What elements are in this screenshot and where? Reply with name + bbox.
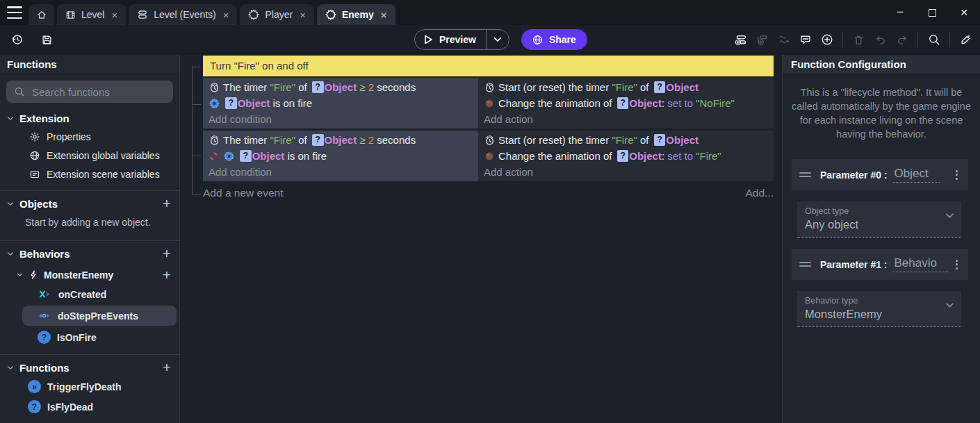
object-type-select[interactable]: Object type Any object: [797, 201, 961, 238]
param-badge: ?: [312, 81, 324, 93]
edit-extension-icon[interactable]: [957, 31, 974, 48]
add-other-event-icon[interactable]: [818, 31, 835, 48]
close-tab-icon[interactable]: ×: [300, 9, 306, 21]
sidebar-item-triggerflydeath[interactable]: » TriggerFlyDeath: [0, 376, 179, 397]
close-tab-icon[interactable]: ×: [111, 9, 117, 21]
drag-handle-icon[interactable]: [799, 262, 811, 267]
action-line[interactable]: Change the animation of ?Object: set to …: [478, 95, 774, 111]
minimize-window-button[interactable]: −: [884, 0, 916, 25]
behavior-type-select[interactable]: Behavior type MonsterEnemy: [797, 291, 961, 327]
chevron-down-icon: [7, 201, 14, 206]
tab-label: Level: [81, 9, 104, 20]
sidebar-item-oncreated[interactable]: onCreated: [0, 284, 179, 304]
behavior-monsterenemy[interactable]: MonsterEnemy +: [0, 265, 179, 284]
section-extension[interactable]: Extension: [0, 110, 179, 127]
sidebar-item-dostepreevents[interactable]: doStepPreEvents: [22, 306, 177, 326]
history-icon[interactable]: [8, 31, 26, 48]
event-row-1: The timer "Fire" of ?Object ≥ 2 seconds?…: [203, 131, 774, 181]
gear-blue-icon: [223, 151, 235, 162]
parameter-name-input[interactable]: Behavio: [893, 256, 948, 272]
share-button[interactable]: Share: [521, 29, 587, 50]
sidebar-item-extension-global-variables[interactable]: Extension global variables: [0, 146, 179, 165]
add-event-icon[interactable]: [732, 31, 749, 48]
tab-level[interactable]: Level×: [57, 4, 126, 25]
sidebar-item-isonfire[interactable]: ? IsOnFire: [0, 327, 179, 347]
section-functions[interactable]: Functions +: [0, 354, 179, 376]
action-line[interactable]: Start (or reset) the timer "Fire" of ?Ob…: [478, 79, 774, 95]
anim-icon: [484, 151, 496, 162]
add-condition-link[interactable]: Add condition: [203, 164, 478, 180]
add-object-button[interactable]: +: [163, 197, 171, 210]
save-icon[interactable]: [38, 31, 56, 48]
preview-dropdown-button[interactable]: [486, 30, 509, 49]
add-action-link[interactable]: Add action: [478, 164, 774, 180]
title-bar: Level×Level (Events)×Player×Enemy× −×: [0, 0, 980, 25]
chevron-down-icon: [945, 213, 954, 219]
add-function-button[interactable]: +: [163, 361, 171, 374]
parameter-name-input[interactable]: Object: [893, 167, 940, 183]
timer-icon: [209, 82, 220, 93]
add-link-event-icon[interactable]: [775, 31, 792, 48]
chevron-down-icon: [7, 365, 14, 370]
toolbar-divider: [917, 32, 918, 47]
preview-button[interactable]: Preview: [414, 29, 509, 50]
tab-enemy[interactable]: Enemy×: [317, 4, 395, 25]
toolbar-left-icons: [8, 31, 56, 48]
card-icon: [29, 169, 40, 180]
section-objects[interactable]: Objects +: [0, 190, 179, 213]
condition-line[interactable]: The timer "Fire" of ?Object ≥ 2 seconds: [203, 79, 478, 95]
add-new-event-link[interactable]: Add a new event: [203, 187, 283, 199]
redo-icon[interactable]: [893, 31, 910, 48]
condition-line[interactable]: ?Object is on fire: [203, 95, 478, 111]
search-icon[interactable]: [925, 31, 942, 48]
add-comment-icon[interactable]: [797, 31, 814, 48]
delete-icon[interactable]: [850, 31, 867, 48]
toolbar-divider: [842, 32, 843, 47]
more-options-icon[interactable]: [953, 167, 961, 183]
film-icon: [65, 10, 76, 20]
timer-icon: [484, 135, 496, 146]
add-more-link[interactable]: Add...: [746, 187, 774, 199]
close-tab-icon[interactable]: ×: [223, 9, 229, 21]
close-tab-icon[interactable]: ×: [381, 9, 387, 21]
add-behavior-button[interactable]: +: [163, 247, 171, 260]
param-badge: ?: [225, 97, 237, 109]
drag-handle-icon[interactable]: [799, 172, 811, 177]
anim-icon: [484, 98, 496, 109]
condition-line[interactable]: The timer "Fire" of ?Object ≥ 2 seconds: [203, 132, 478, 148]
param-badge: ?: [617, 97, 629, 109]
search-functions-input[interactable]: Search functions: [6, 81, 173, 103]
undo-icon[interactable]: [872, 31, 889, 48]
tab-label: Player: [265, 9, 293, 20]
home-icon: [36, 9, 47, 20]
sidebar-item-properties[interactable]: Properties: [0, 127, 179, 146]
parameter-row-0: Parameter #0 : Object: [792, 159, 968, 190]
add-behavior-function-button[interactable]: +: [163, 269, 171, 281]
main-menu-icon[interactable]: [7, 6, 22, 19]
sidebar-item-extension-scene-variables[interactable]: Extension scene variables: [0, 165, 179, 183]
chevron-down-icon: [17, 272, 23, 277]
search-placeholder: Search functions: [32, 86, 110, 98]
maximize-window-button[interactable]: [916, 0, 948, 25]
event-comment[interactable]: Turn "Fire" on and off: [203, 56, 774, 76]
chevron-down-icon: [7, 116, 14, 121]
tab-level-events[interactable]: Level (Events)×: [129, 4, 237, 25]
add-condition-link[interactable]: Add condition: [203, 111, 478, 127]
add-action-link[interactable]: Add action: [478, 111, 774, 127]
more-options-icon[interactable]: [953, 257, 961, 272]
sidebar-item-isflydead[interactable]: ? IsFlyDead: [0, 397, 179, 417]
tab-player[interactable]: Player×: [240, 4, 313, 25]
globe-icon: [532, 35, 543, 45]
timer-icon: [209, 135, 220, 146]
close-window-button[interactable]: ×: [948, 0, 980, 25]
chevron-down-icon: [7, 251, 14, 256]
tab-home[interactable]: [29, 4, 54, 25]
action-line[interactable]: Start (or reset) the timer "Fire" of ?Ob…: [478, 132, 774, 148]
section-behaviors[interactable]: Behaviors +: [0, 240, 179, 263]
condition-line[interactable]: ?Object is on fire: [203, 148, 478, 164]
close-icon: ×: [960, 5, 967, 20]
action-line[interactable]: Change the animation of ?Object: set to …: [478, 148, 774, 164]
add-subevent-icon[interactable]: [753, 31, 771, 48]
on-created-icon: [38, 290, 52, 299]
function-badge-icon: »: [28, 380, 41, 393]
